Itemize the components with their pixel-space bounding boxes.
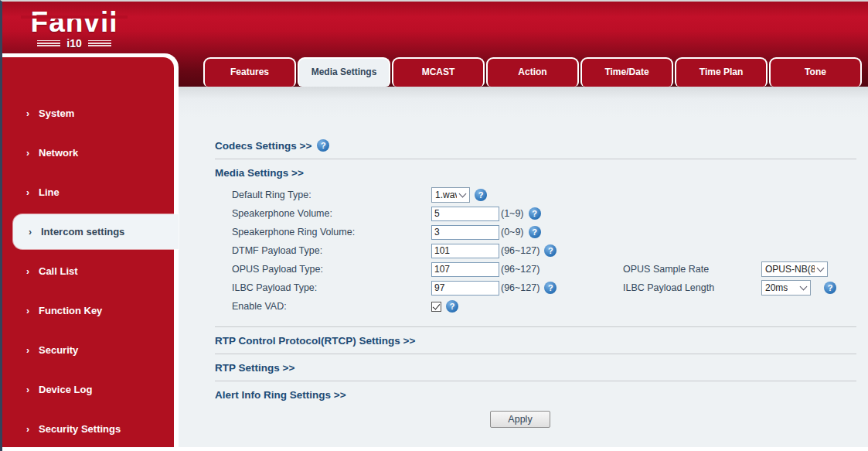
row-ilbc-payload-type: ILBC Payload Type: (96~127) ? ILBC Paylo… xyxy=(215,278,856,297)
field-label: Default Ring Type: xyxy=(232,190,431,200)
ilbc-payload-type-input[interactable] xyxy=(431,281,499,296)
apply-button[interactable]: Apply xyxy=(490,411,550,428)
media-settings-form: Codecs Settings >> ? Media Settings >> D… xyxy=(176,87,868,428)
tab-time-plan[interactable]: Time Plan xyxy=(675,57,768,87)
divider xyxy=(215,381,856,381)
chevron-right-icon: › xyxy=(26,147,29,159)
main-content: Codecs Settings >> ? Media Settings >> D… xyxy=(176,87,868,447)
section-title: Codecs Settings >> xyxy=(215,140,311,152)
help-icon[interactable]: ? xyxy=(475,189,487,201)
tab-media-settings[interactable]: Media Settings xyxy=(298,57,390,87)
row-opus-payload-type: OPUS Payload Type: (96~127) OPUS Sample … xyxy=(215,260,856,278)
row-default-ring-type: Default Ring Type: 1.wav ? xyxy=(215,186,856,204)
section-title: RTP Settings >> xyxy=(215,362,294,374)
chevron-right-icon: › xyxy=(26,265,29,277)
sidebar-item-label: System xyxy=(39,108,74,119)
speakerphone-ring-volume-input[interactable] xyxy=(431,225,499,240)
select-value: 1.wav xyxy=(435,190,457,200)
ilbc-payload-length-select[interactable]: 20ms xyxy=(761,280,811,296)
enable-vad-checkbox[interactable] xyxy=(431,302,441,312)
field-label: OPUS Payload Type: xyxy=(232,264,431,275)
fanvil-web-config-page: Fanvil i10 Features Media Settings MCAST… xyxy=(0,0,868,451)
media-settings-rows: Default Ring Type: 1.wav ? Speakerphone … xyxy=(215,186,856,316)
chevron-right-icon: › xyxy=(26,108,29,119)
model-row: i10 xyxy=(24,37,124,50)
sidebar-item-security-settings[interactable]: › Security Settings xyxy=(2,409,179,449)
field-label: Enable VAD: xyxy=(232,301,431,312)
section-title: Alert Info Ring Settings >> xyxy=(215,389,346,401)
help-icon[interactable]: ? xyxy=(529,207,541,220)
range-hint: (96~127) xyxy=(501,282,540,293)
apply-row: Apply xyxy=(215,411,856,428)
section-rtp-settings[interactable]: RTP Settings >> xyxy=(215,361,856,374)
chevron-down-icon xyxy=(800,282,808,290)
sidebar-item-label: Device Log xyxy=(39,384,92,395)
help-icon[interactable]: ? xyxy=(824,282,836,294)
logo-decor-line xyxy=(37,40,60,46)
section-media-settings[interactable]: Media Settings >> xyxy=(215,166,856,179)
select-value: 20ms xyxy=(765,282,788,293)
model-name: i10 xyxy=(66,37,81,50)
sidebar-item-label: Security Settings xyxy=(39,423,121,435)
section-rtcp-settings[interactable]: RTP Control Protocol(RTCP) Settings >> xyxy=(215,334,856,347)
select-value: OPUS-NB(8 xyxy=(765,264,815,275)
section-title: RTP Control Protocol(RTCP) Settings >> xyxy=(215,335,415,347)
chevron-right-icon: › xyxy=(26,423,29,435)
chevron-right-icon: › xyxy=(26,384,29,395)
tab-bar: Features Media Settings MCAST Action Tim… xyxy=(203,57,862,87)
sidebar-item-label: Intercom settings xyxy=(41,226,124,237)
tab-mcast[interactable]: MCAST xyxy=(392,57,485,87)
field-label: Speakerphone Ring Volume: xyxy=(232,227,431,237)
row-speakerphone-ring-volume: Speakerphone Ring Volume: (0~9) ? xyxy=(215,223,856,241)
sidebar-item-call-list[interactable]: › Call List xyxy=(2,251,179,291)
sidebar-item-label: Network xyxy=(39,147,78,159)
sidebar-item-device-log[interactable]: › Device Log xyxy=(2,370,179,409)
tab-action[interactable]: Action xyxy=(486,57,579,87)
range-hint: (0~9) xyxy=(501,227,524,237)
chevron-right-icon: › xyxy=(29,226,32,237)
opus-payload-type-input[interactable] xyxy=(431,262,499,277)
field-label: ILBC Payload Type: xyxy=(232,282,431,293)
range-hint: (96~127) xyxy=(501,245,540,256)
divider xyxy=(215,159,856,159)
logo-decor-line xyxy=(88,40,111,46)
tab-features[interactable]: Features xyxy=(203,57,296,87)
help-icon[interactable]: ? xyxy=(544,282,557,294)
sidebar-item-label: Security xyxy=(39,344,78,356)
sidebar-item-line[interactable]: › Line xyxy=(2,173,179,212)
sidebar-nav: › System › Network › Line › Intercom set… xyxy=(2,57,179,447)
help-icon[interactable]: ? xyxy=(446,300,458,313)
dtmf-payload-type-input[interactable] xyxy=(431,244,499,258)
sidebar-item-security[interactable]: › Security xyxy=(2,330,179,370)
section-codecs-settings[interactable]: Codecs Settings >> ? xyxy=(215,139,856,152)
sidebar-item-function-key[interactable]: › Function Key xyxy=(2,291,179,330)
range-hint: (1~9) xyxy=(501,208,524,219)
help-icon[interactable]: ? xyxy=(544,244,557,257)
help-icon[interactable]: ? xyxy=(317,139,329,152)
chevron-down-icon xyxy=(459,190,467,197)
speakerphone-volume-input[interactable] xyxy=(431,207,499,221)
chevron-down-icon xyxy=(817,264,825,272)
ilbc-payload-length-label: ILBC Payload Length xyxy=(623,282,714,293)
row-dtmf-payload-type: DTMF Payload Type: (96~127) ? xyxy=(215,241,856,260)
sidebar-item-label: Function Key xyxy=(39,305,102,316)
help-icon[interactable]: ? xyxy=(529,226,541,238)
divider xyxy=(215,326,856,327)
row-speakerphone-volume: Speakerphone Volume: (1~9) ? xyxy=(215,204,856,223)
chevron-right-icon: › xyxy=(26,305,29,316)
opus-sample-rate-select[interactable]: OPUS-NB(8 xyxy=(761,261,828,277)
sidebar-item-intercom-settings[interactable]: › Intercom settings xyxy=(13,214,179,249)
sidebar-item-label: Call List xyxy=(39,265,78,277)
tab-tone[interactable]: Tone xyxy=(769,57,862,87)
brand-name: Fanvil xyxy=(24,6,124,39)
row-enable-vad: Enable VAD: ? xyxy=(215,297,856,316)
field-label: DTMF Payload Type: xyxy=(232,245,431,256)
section-alert-info-ring-settings[interactable]: Alert Info Ring Settings >> xyxy=(215,388,856,401)
sidebar-item-network[interactable]: › Network xyxy=(2,133,179,173)
tab-time-date[interactable]: Time/Date xyxy=(580,57,673,87)
default-ring-type-select[interactable]: 1.wav xyxy=(431,187,470,203)
section-title: Media Settings >> xyxy=(215,167,304,179)
chevron-right-icon: › xyxy=(26,186,29,198)
sidebar-item-system[interactable]: › System xyxy=(2,94,179,133)
range-hint: (96~127) xyxy=(501,264,540,275)
